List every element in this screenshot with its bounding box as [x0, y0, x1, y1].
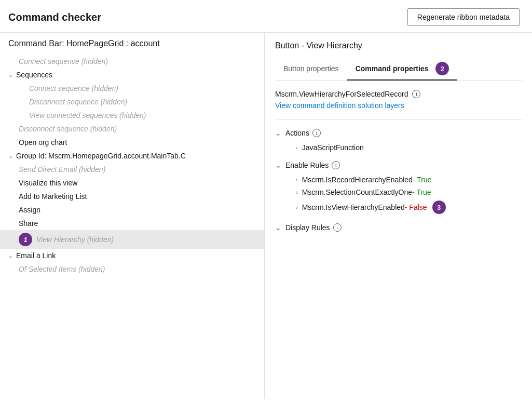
- tree-item-disconnect-seq-hidden[interactable]: Disconnect sequence (hidden): [0, 122, 264, 136]
- tree-item-label: Send Direct Email (hidden): [19, 165, 105, 174]
- section-label-actions: Actions: [285, 129, 309, 137]
- tab-button-properties[interactable]: Button properties: [275, 58, 347, 81]
- section-header-display-rules: Display Rulesi: [275, 223, 522, 232]
- tree-item-add-marketing[interactable]: Add to Marketing List: [0, 190, 264, 203]
- tree-item-label: Disconnect sequence (hidden): [19, 125, 117, 133]
- tree-item-open-org-chart[interactable]: Open org chart: [0, 136, 264, 149]
- command-name-info-icon[interactable]: i: [412, 90, 420, 98]
- tree-item-view-connected-hidden[interactable]: View connected sequences (hidden): [0, 109, 264, 122]
- rule-label: JavaScriptFunction: [302, 143, 364, 152]
- view-definition-link[interactable]: View command definition solution layers: [275, 101, 404, 110]
- tree-item-view-hierarchy-hidden[interactable]: 1View Hierarchy (hidden): [0, 230, 264, 249]
- rule-label: Mscrm.IsRecordHierarchyEnabled: [302, 176, 413, 184]
- section-info-icon-display-rules[interactable]: i: [333, 223, 342, 232]
- tree-item-label: Disconnect sequence (hidden): [29, 98, 127, 106]
- tree-item-of-selected-hidden[interactable]: Of Selected Items (hidden): [0, 262, 264, 276]
- chevron-right-icon: [296, 204, 298, 210]
- chevron-down-icon: [275, 161, 281, 169]
- section-info-icon-enable-rules[interactable]: i: [332, 161, 340, 169]
- tab-command-properties[interactable]: Command properties 2: [347, 58, 458, 81]
- tree-item-label: Connect sequence (hidden): [19, 57, 108, 65]
- section-divider-1: [275, 119, 522, 119]
- command-name-row: Mscrm.ViewHierarchyForSelectedRecord i: [275, 90, 522, 98]
- rule-label: Mscrm.IsViewHierarchyEnabled: [302, 203, 405, 211]
- app-title: Command checker: [8, 11, 101, 23]
- section-header-actions: Actionsi: [275, 129, 522, 137]
- top-header: Command checker Regenerate ribbon metada…: [0, 0, 532, 33]
- tree-item-connect-hidden-top[interactable]: Connect sequence (hidden): [0, 55, 264, 68]
- chevron-down-icon: [275, 223, 281, 232]
- button-label: Button - View Hierarchy: [275, 41, 522, 50]
- tree-item-send-direct-hidden[interactable]: Send Direct Email (hidden): [0, 163, 264, 176]
- section-label-enable-rules: Enable Rules: [285, 161, 329, 169]
- chevron-down-icon: [8, 153, 13, 159]
- rule-item[interactable]: Mscrm.IsViewHierarchyEnabled - False3: [275, 198, 522, 216]
- rule-item[interactable]: Mscrm.SelectionCountExactlyOne - True: [275, 186, 522, 198]
- tree-container: Connect sequence (hidden)SequencesConnec…: [0, 55, 264, 276]
- rule-item[interactable]: JavaScriptFunction: [275, 141, 522, 154]
- chevron-down-icon: [275, 129, 281, 137]
- rule-label: Mscrm.SelectionCountExactlyOne: [302, 188, 412, 196]
- tree-item-label: Share: [19, 219, 38, 228]
- tree-item-share[interactable]: Share: [0, 217, 264, 230]
- section-label-display-rules: Display Rules: [285, 223, 330, 232]
- chevron-right-icon: [296, 189, 298, 195]
- chevron-down-icon: [8, 72, 13, 78]
- tabs-container: Button properties Command properties 2: [275, 58, 522, 81]
- tree-item-label: Open org chart: [19, 138, 67, 146]
- section-header-enable-rules: Enable Rulesi: [275, 161, 522, 169]
- tree-item-label: Connect sequence (hidden): [29, 84, 118, 92]
- tree-item-group-mscrm[interactable]: Group Id: Mscrm.HomepageGrid.account.Mai…: [0, 149, 264, 163]
- tree-item-disconnect-hidden[interactable]: Disconnect sequence (hidden): [0, 95, 264, 109]
- rule-status: - True: [413, 176, 432, 184]
- tree-item-label: Add to Marketing List: [19, 192, 87, 201]
- left-panel-title: Command Bar: HomePageGrid : account: [0, 39, 264, 55]
- section-info-icon-actions[interactable]: i: [312, 129, 321, 137]
- chevron-right-icon: [296, 144, 298, 151]
- right-panel: Button - View Hierarchy Button propertie…: [265, 33, 532, 399]
- rule-item[interactable]: Mscrm.IsRecordHierarchyEnabled - True: [275, 174, 522, 186]
- tree-item-label: Email a Link: [16, 251, 56, 260]
- chevron-down-icon: [8, 252, 13, 259]
- main-layout: Command Bar: HomePageGrid : account Conn…: [0, 33, 532, 399]
- tree-item-email-link-group[interactable]: Email a Link: [0, 249, 264, 262]
- tree-item-assign[interactable]: Assign: [0, 203, 264, 217]
- tree-item-label: View Hierarchy (hidden): [36, 235, 114, 244]
- left-panel: Command Bar: HomePageGrid : account Conn…: [0, 33, 265, 399]
- badge-1: 1: [19, 233, 32, 246]
- tree-item-label: View connected sequences (hidden): [29, 111, 146, 119]
- command-name: Mscrm.ViewHierarchyForSelectedRecord: [275, 90, 408, 98]
- rule-status: - False: [405, 203, 427, 211]
- badge-2: 2: [435, 62, 449, 75]
- tree-item-label: Assign: [19, 206, 40, 214]
- section-actions: ActionsiJavaScriptFunction: [275, 129, 522, 154]
- tree-item-label: Sequences: [16, 71, 52, 79]
- tree-item-sequences-group[interactable]: Sequences: [0, 68, 264, 82]
- tree-item-visualize-view[interactable]: Visualize this view: [0, 176, 264, 190]
- regen-button[interactable]: Regenerate ribbon metadata: [407, 8, 520, 26]
- tree-item-label: Group Id: Mscrm.HomepageGrid.account.Mai…: [16, 152, 186, 160]
- tree-item-connect-hidden[interactable]: Connect sequence (hidden): [0, 82, 264, 95]
- tree-item-label: Visualize this view: [19, 179, 77, 187]
- rule-status: - True: [412, 188, 431, 196]
- chevron-right-icon: [296, 177, 298, 183]
- tree-item-label: Of Selected Items (hidden): [19, 265, 105, 273]
- sections-container: ActionsiJavaScriptFunctionEnable RulesiM…: [275, 129, 522, 232]
- section-display-rules: Display Rulesi: [275, 223, 522, 232]
- section-enable-rules: Enable RulesiMscrm.IsRecordHierarchyEnab…: [275, 161, 522, 216]
- badge-3: 3: [432, 201, 446, 214]
